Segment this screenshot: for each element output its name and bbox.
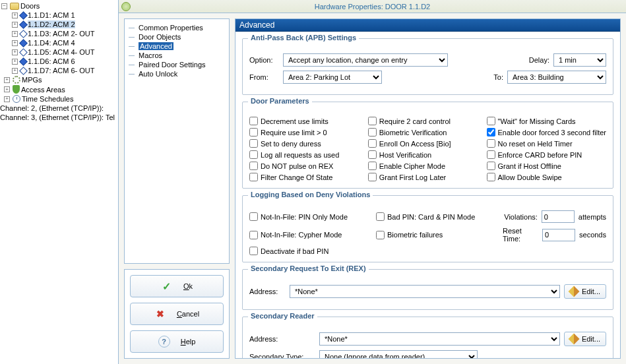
expand-icon[interactable]: + <box>12 40 18 46</box>
door-icon <box>19 67 28 75</box>
collapse-icon[interactable]: − <box>1 3 7 9</box>
select-apb-option[interactable]: Accept any location, change on entry <box>283 53 448 67</box>
nav-item[interactable]: Macros <box>127 51 226 60</box>
door-param-check[interactable]: Decrement use limits <box>249 117 360 125</box>
edit-rex-button[interactable]: Edit... <box>564 284 606 299</box>
select-rex-address[interactable]: *None* <box>290 285 560 298</box>
door-param-check[interactable]: Enroll On Access [Bio] <box>368 139 479 148</box>
chk-label: Biometric Verification <box>379 129 447 136</box>
door-param-check[interactable]: Enforce CARD before PIN <box>487 150 607 159</box>
group-legend: Logging Based on Deny Violations <box>248 191 373 198</box>
group-door-params: Door Parameters Decrement use limitsRequ… <box>242 102 613 189</box>
door-param-check[interactable]: Log all requests as used <box>249 150 360 159</box>
door-param-check[interactable]: Set to deny duress <box>249 139 360 148</box>
expand-icon[interactable]: + <box>4 77 10 83</box>
tree-door-item[interactable]: +1.1.D2: ACM 2 <box>0 20 118 29</box>
tree-door-item[interactable]: +1.1.D3: ACM 2- OUT <box>0 29 118 38</box>
chk-label: Grant if Host Offline <box>498 162 561 170</box>
nav-item[interactable]: Paired Door Settings <box>127 60 226 69</box>
input-reset[interactable] <box>542 229 575 241</box>
gear-icon <box>13 76 20 84</box>
door-icon <box>19 57 28 66</box>
tree-door-item[interactable]: +1.1.D5: ACM 4- OUT <box>0 47 118 57</box>
door-param-check[interactable]: Enable Cipher Mode <box>368 162 479 170</box>
expand-icon[interactable]: + <box>12 59 18 65</box>
door-param-check[interactable]: Grant if Host Offline <box>487 162 607 170</box>
nav-item[interactable]: Advanced <box>127 42 226 51</box>
help-button[interactable]: ? Help <box>130 330 224 353</box>
chk-label: Allow Double Swipe <box>498 173 562 181</box>
form-panel: Advanced Anti-Pass Back (APB) Settings O… <box>235 18 621 359</box>
nav-item[interactable]: Common Properties <box>127 23 226 32</box>
chk-label: Set to deny duress <box>261 140 321 148</box>
select-apb-delay[interactable]: 1 min <box>553 53 606 67</box>
tree-label: Doors <box>20 2 40 10</box>
tree-label: MPGs <box>22 76 42 84</box>
select-apb-from[interactable]: Area 2: Parking Lot <box>283 71 382 84</box>
door-param-check[interactable]: "Wait" for Missing Cards <box>487 117 607 125</box>
expand-icon[interactable]: + <box>12 13 18 18</box>
label-delay: Delay: <box>529 56 549 64</box>
expand-icon[interactable]: + <box>4 86 10 92</box>
bullet-icon <box>129 28 135 28</box>
expand-icon[interactable]: + <box>12 31 18 37</box>
door-param-check[interactable]: Filter Change Of State <box>249 173 360 181</box>
select-apb-to[interactable]: Area 3: Building <box>507 71 606 84</box>
folder-icon <box>10 3 19 10</box>
tree-label: 1.1.D5: ACM 4- OUT <box>28 48 94 56</box>
tree-item[interactable]: +Time Schedules <box>0 94 118 104</box>
door-param-check[interactable]: Require 2 card control <box>368 117 479 125</box>
help-icon: ? <box>158 336 170 348</box>
group-legend: Secondary Request To Exit (REX) <box>248 264 369 272</box>
label-from: From: <box>249 73 279 81</box>
nav-item[interactable]: Door Objects <box>127 32 226 42</box>
tree-root-doors[interactable]: − Doors <box>0 1 118 11</box>
door-param-check[interactable]: Grant First Log Later <box>368 173 479 181</box>
cancel-button[interactable]: ✖ Cancel <box>130 303 224 325</box>
door-param-check[interactable]: Host Verification <box>368 150 479 159</box>
tree-door-item[interactable]: +1.1.D4: ACM 4 <box>0 38 118 47</box>
nav-label: Paired Door Settings <box>139 61 206 69</box>
select-reader-address[interactable]: *None* <box>319 332 560 346</box>
door-icon <box>19 30 28 38</box>
ok-button[interactable]: ✓ Ok <box>130 275 224 297</box>
tree-panel: − Doors +1.1.D1: ACM 1+1.1.D2: ACM 2+1.1… <box>0 0 119 364</box>
tree-item[interactable]: +MPGs <box>0 75 118 84</box>
nav-item[interactable]: Auto Unlock <box>127 69 226 78</box>
door-param-check[interactable]: Require use limit > 0 <box>249 128 360 136</box>
tree-item[interactable]: +Access Areas <box>0 84 118 94</box>
bullet-icon <box>129 37 135 38</box>
check-bad-pin[interactable]: Bad PIN: Card & PIN Mode <box>376 212 495 221</box>
expand-icon[interactable]: + <box>12 49 18 55</box>
expand-icon[interactable]: + <box>12 22 18 28</box>
select-reader-type[interactable]: None (Ignore data from reader) <box>319 350 478 359</box>
input-violations[interactable] <box>542 210 575 223</box>
door-param-check[interactable]: Allow Double Swipe <box>487 173 607 181</box>
door-icon <box>19 11 28 20</box>
edit-reader-button[interactable]: Edit... <box>564 332 606 346</box>
tree-door-item[interactable]: +1.1.D1: ACM 1 <box>0 11 118 20</box>
label-reset: Reset Time: <box>503 227 538 243</box>
check-biometric-fail[interactable]: Biometric failures <box>376 231 495 239</box>
tree-door-item[interactable]: +1.1.D6: ACM 6 <box>0 57 118 66</box>
check-cypher[interactable]: Not-In-File: Cypher Mode <box>249 231 368 239</box>
tree-label: 1.1.D7: ACM 6- OUT <box>28 67 94 75</box>
group-legend: Secondary Reader <box>248 312 317 320</box>
group-legend: Door Parameters <box>248 97 312 105</box>
tree-label: 1.1.D6: ACM 6 <box>28 57 75 65</box>
tree-door-item[interactable]: +1.1.D7: ACM 6- OUT <box>0 66 118 75</box>
check-deactivate-bad-pin[interactable]: Deactivate if bad PIN <box>249 247 368 255</box>
door-param-check[interactable]: Do NOT pulse on REX <box>249 162 360 170</box>
title-bar: Hardware Properties: DOOR 1.1.D2 <box>119 0 626 13</box>
app-icon <box>121 2 131 11</box>
expand-icon[interactable]: + <box>4 96 10 102</box>
nav-label: Common Properties <box>139 24 203 32</box>
chk-label: Grant First Log Later <box>379 173 447 181</box>
door-param-check[interactable]: Biometric Verification <box>368 128 479 136</box>
chk-label: Decrement use limits <box>261 117 329 125</box>
door-param-check[interactable]: Enable door forced 3 second filter <box>487 128 607 136</box>
expand-icon[interactable]: + <box>12 68 18 74</box>
label-violations: Violations: <box>504 213 538 221</box>
door-param-check[interactable]: No reset on Held Timer <box>487 139 607 148</box>
check-pin-only[interactable]: Not-In-File: PIN Only Mode <box>249 212 368 221</box>
